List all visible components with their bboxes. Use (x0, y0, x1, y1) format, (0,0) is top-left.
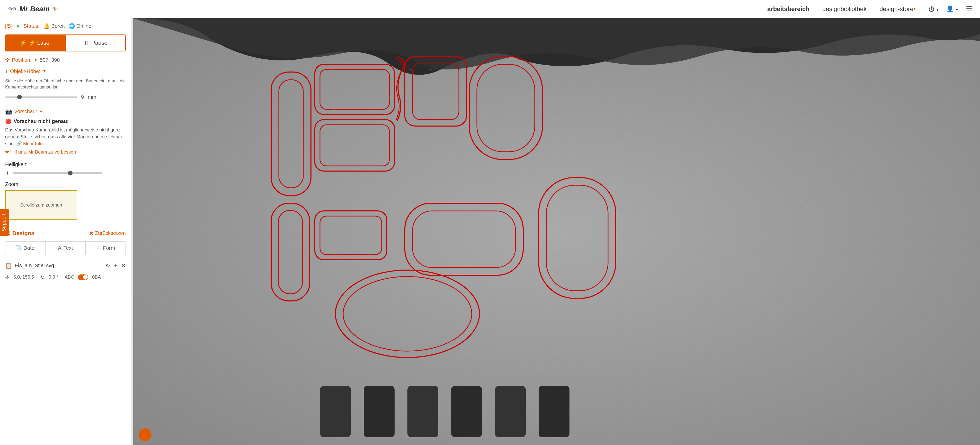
svg-point-330 (348, 138, 349, 140)
status-bar: [S] ● Status: 🔔 Bereit 🌐 Online (0, 18, 131, 32)
svg-point-307 (224, 97, 225, 98)
svg-point-397 (636, 262, 637, 263)
svg-point-394 (512, 262, 514, 263)
vorschau-label: Vorschau: (14, 108, 37, 114)
status-s: [S] (5, 23, 13, 29)
tab-form[interactable]: ♡ Form (86, 241, 126, 255)
svg-point-423 (883, 303, 884, 304)
canvas-area[interactable] (133, 18, 980, 445)
svg-point-308 (266, 97, 266, 98)
support-button[interactable]: Support (0, 209, 9, 236)
svg-point-365 (965, 180, 966, 181)
svg-point-366 (183, 221, 184, 222)
svg-point-357 (636, 180, 637, 181)
svg-point-382 (842, 221, 843, 222)
vorschau-dropdown-icon[interactable]: ▼ (39, 109, 43, 114)
objekt-slider-section: 9 mm (0, 93, 131, 105)
designs-title: ☰ Designs (5, 230, 35, 237)
objekt-dropdown-icon[interactable]: ▼ (43, 69, 46, 73)
tab-datei[interactable]: 📄 Datei (5, 241, 45, 255)
svg-point-413 (471, 303, 472, 304)
svg-point-319 (718, 97, 719, 98)
svg-point-380 (759, 221, 760, 222)
close-action-icon[interactable]: ✕ (121, 262, 126, 269)
svg-point-434 (512, 344, 514, 345)
rotate-action-icon[interactable]: ↻ (105, 262, 110, 269)
nav-design-store[interactable]: design-store• (880, 5, 915, 13)
svg-point-318 (677, 97, 678, 98)
status-dot-icon: ● (16, 23, 19, 29)
svg-rect-301 (407, 386, 438, 437)
svg-point-371 (389, 221, 390, 222)
svg-point-383 (883, 221, 884, 222)
svg-point-346 (183, 180, 184, 181)
svg-point-352 (430, 180, 431, 181)
svg-point-364 (924, 180, 925, 181)
objekt-height-slider[interactable] (5, 97, 77, 98)
svg-point-414 (512, 303, 514, 304)
objekt-slider-container: 9 mm (5, 94, 126, 100)
svg-point-386 (183, 262, 184, 263)
svg-point-328 (266, 138, 266, 140)
brightness-slider[interactable] (12, 172, 102, 174)
svg-point-344 (924, 138, 925, 140)
position-dropdown-icon[interactable]: ▼ (34, 57, 38, 62)
help-link[interactable]: Hilf uns, Mr Beam zu verbessern (10, 149, 78, 155)
svg-point-433 (471, 344, 472, 345)
tab-text[interactable]: A Text (45, 241, 85, 255)
user-icon[interactable]: 👤 ▾ (946, 5, 958, 13)
logo: 👓 Mr Beam ✳ (8, 5, 57, 13)
menu-icon[interactable]: ☰ (966, 5, 972, 13)
svg-point-377 (636, 221, 637, 222)
pause-icon: ⏸ (84, 40, 89, 46)
svg-point-332 (430, 138, 431, 140)
svg-point-343 (883, 138, 884, 140)
svg-point-336 (595, 138, 596, 140)
svg-rect-299 (320, 386, 351, 437)
engrave-toggle[interactable] (78, 275, 88, 280)
svg-rect-304 (539, 386, 570, 437)
nav-designbibliothek[interactable]: designbibliothek (822, 5, 867, 13)
svg-point-420 (759, 303, 760, 304)
svg-point-403 (883, 262, 884, 263)
zoom-box[interactable]: Scrolle zum zoomen (5, 190, 77, 220)
svg-point-305 (138, 428, 151, 441)
power-icon[interactable]: ⏻ ▾ (929, 5, 939, 13)
file-item: 📋 Eis_am_Stiel.svg.1 ↻ + ✕ (0, 259, 131, 272)
svg-point-315 (554, 97, 555, 98)
mehr-info-link[interactable]: 🔗 Mehr Info (16, 141, 43, 146)
svg-point-321 (800, 97, 802, 98)
svg-point-436 (595, 344, 596, 345)
reset-button[interactable]: ✖ Zurücksetzen (89, 230, 126, 237)
svg-point-310 (348, 97, 349, 98)
svg-point-441 (800, 344, 802, 345)
text-tab-label: Text (64, 245, 73, 251)
zoom-section: Zoom: Scrolle zum zoomen (0, 179, 131, 222)
svg-point-418 (677, 303, 678, 304)
svg-rect-302 (451, 386, 482, 437)
svg-point-419 (718, 303, 719, 304)
warning-title: 🔴 Vorschau nicht genau: (5, 118, 126, 124)
svg-point-425 (965, 303, 966, 304)
add-action-icon[interactable]: + (114, 262, 117, 269)
svg-point-387 (224, 262, 225, 263)
laser-button[interactable]: ⚡ ⚡ Laser (6, 35, 65, 51)
warning-title-text: Vorschau nicht genau: (14, 118, 69, 124)
svg-point-363 (883, 180, 884, 181)
svg-point-348 (266, 180, 266, 181)
objekt-description: Stelle die Höhe der Oberfläche über dem … (0, 77, 131, 93)
svg-point-322 (842, 97, 843, 98)
svg-point-375 (554, 221, 555, 222)
svg-point-430 (348, 344, 349, 345)
svg-point-323 (883, 97, 884, 98)
svg-point-353 (471, 180, 472, 181)
heart-icon: ❤ (5, 149, 9, 155)
warning-box: 🔴 Vorschau nicht genau: Das Vorschau-Kam… (5, 118, 126, 155)
pause-button[interactable]: ⏸ Pause (65, 35, 126, 51)
zoom-label: Zoom: (5, 181, 126, 187)
svg-point-355 (554, 180, 555, 181)
svg-rect-300 (364, 386, 395, 437)
svg-point-402 (842, 262, 843, 263)
nav-arbeitsbereich[interactable]: arbeitsbereich (767, 5, 810, 13)
svg-point-334 (512, 138, 514, 140)
